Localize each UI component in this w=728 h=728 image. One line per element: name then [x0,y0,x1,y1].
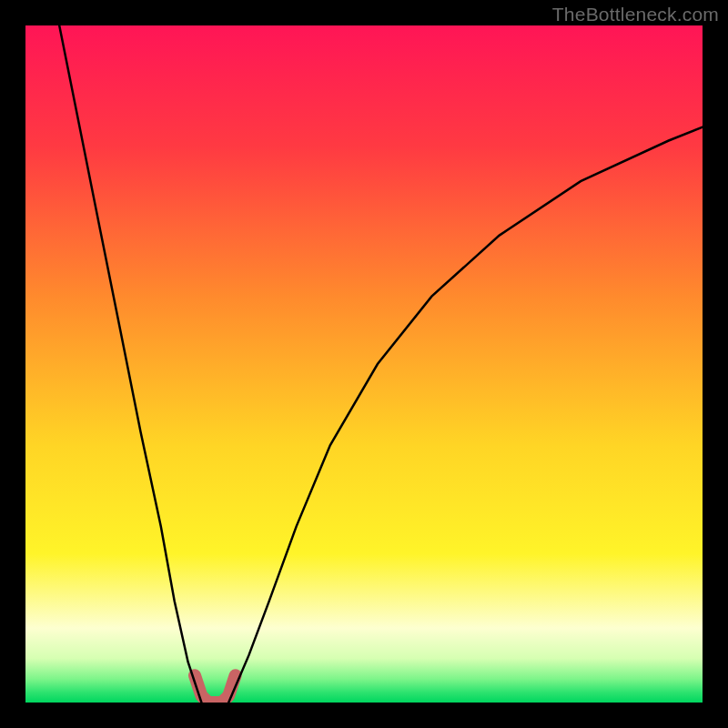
left-descent-path [59,25,201,703]
chart-curves [25,25,703,703]
chart-frame [25,25,703,703]
right-ascent-path [228,127,703,703]
watermark-text: TheBottleneck.com [552,4,719,25]
